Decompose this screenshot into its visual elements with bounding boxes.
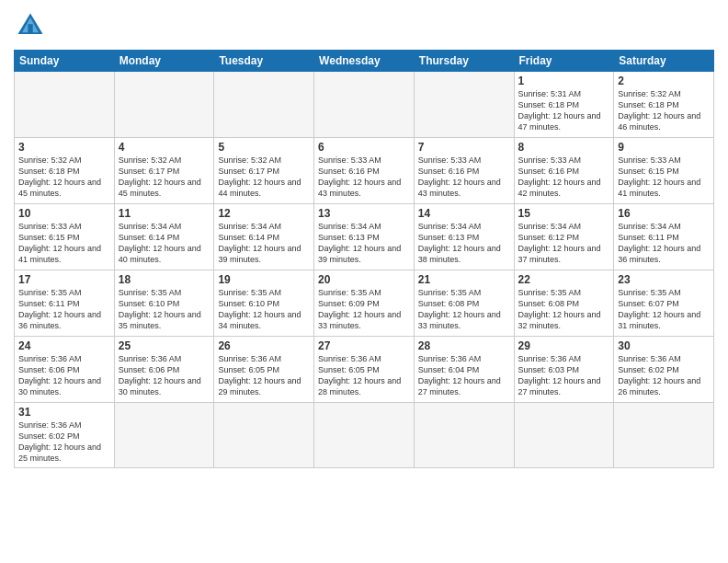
day-info: Sunrise: 5:35 AM Sunset: 6:07 PM Dayligh… [618, 287, 710, 332]
calendar-cell [114, 72, 214, 138]
svg-rect-2 [28, 24, 32, 34]
day-info: Sunrise: 5:36 AM Sunset: 6:05 PM Dayligh… [218, 353, 310, 398]
day-number: 3 [18, 141, 110, 154]
calendar-cell [414, 403, 514, 468]
week-row-0: 1Sunrise: 5:31 AM Sunset: 6:18 PM Daylig… [15, 72, 714, 138]
day-number: 11 [119, 207, 210, 220]
calendar-cell: 30Sunrise: 5:36 AM Sunset: 6:02 PM Dayli… [614, 337, 714, 403]
calendar-cell [414, 72, 514, 138]
calendar-cell [214, 403, 314, 468]
weekday-header-monday: Monday [114, 51, 214, 72]
calendar-cell: 28Sunrise: 5:36 AM Sunset: 6:04 PM Dayli… [414, 337, 514, 403]
calendar-cell: 13Sunrise: 5:34 AM Sunset: 6:13 PM Dayli… [314, 204, 415, 270]
day-number: 8 [518, 141, 610, 154]
day-number: 14 [418, 207, 510, 220]
day-number: 19 [218, 273, 310, 286]
week-row-1: 3Sunrise: 5:32 AM Sunset: 6:18 PM Daylig… [15, 138, 714, 204]
day-number: 18 [119, 273, 210, 286]
calendar-cell: 4Sunrise: 5:32 AM Sunset: 6:17 PM Daylig… [114, 138, 214, 204]
day-info: Sunrise: 5:33 AM Sunset: 6:16 PM Dayligh… [318, 155, 410, 200]
day-info: Sunrise: 5:36 AM Sunset: 6:04 PM Dayligh… [418, 353, 510, 398]
day-number: 22 [518, 273, 610, 286]
day-info: Sunrise: 5:32 AM Sunset: 6:18 PM Dayligh… [18, 155, 110, 200]
day-info: Sunrise: 5:36 AM Sunset: 6:05 PM Dayligh… [318, 353, 410, 398]
day-number: 30 [618, 339, 710, 352]
calendar-cell [214, 72, 314, 138]
calendar-cell: 22Sunrise: 5:35 AM Sunset: 6:08 PM Dayli… [514, 270, 614, 337]
calendar-cell: 29Sunrise: 5:36 AM Sunset: 6:03 PM Dayli… [514, 337, 614, 403]
day-number: 5 [218, 141, 310, 154]
calendar-cell: 16Sunrise: 5:34 AM Sunset: 6:11 PM Dayli… [614, 204, 714, 270]
day-info: Sunrise: 5:35 AM Sunset: 6:10 PM Dayligh… [119, 287, 210, 332]
calendar-cell [15, 72, 115, 138]
day-number: 28 [418, 339, 510, 352]
day-info: Sunrise: 5:36 AM Sunset: 6:06 PM Dayligh… [18, 353, 110, 398]
calendar-cell: 6Sunrise: 5:33 AM Sunset: 6:16 PM Daylig… [314, 138, 415, 204]
day-info: Sunrise: 5:33 AM Sunset: 6:15 PM Dayligh… [18, 221, 110, 266]
day-number: 15 [518, 207, 610, 220]
calendar-cell: 18Sunrise: 5:35 AM Sunset: 6:10 PM Dayli… [114, 270, 214, 337]
day-number: 24 [18, 339, 110, 352]
weekday-header-row: SundayMondayTuesdayWednesdayThursdayFrid… [15, 51, 714, 72]
day-number: 20 [318, 273, 410, 286]
day-info: Sunrise: 5:34 AM Sunset: 6:14 PM Dayligh… [218, 221, 310, 266]
day-info: Sunrise: 5:31 AM Sunset: 6:18 PM Dayligh… [518, 88, 610, 133]
day-info: Sunrise: 5:35 AM Sunset: 6:08 PM Dayligh… [418, 287, 510, 332]
calendar-cell: 26Sunrise: 5:36 AM Sunset: 6:05 PM Dayli… [214, 337, 314, 403]
calendar-cell: 31Sunrise: 5:36 AM Sunset: 6:02 PM Dayli… [15, 403, 115, 468]
weekday-header-tuesday: Tuesday [214, 51, 314, 72]
day-info: Sunrise: 5:35 AM Sunset: 6:10 PM Dayligh… [218, 287, 310, 332]
day-info: Sunrise: 5:35 AM Sunset: 6:11 PM Dayligh… [18, 287, 110, 332]
day-number: 1 [518, 75, 610, 87]
calendar-cell: 9Sunrise: 5:33 AM Sunset: 6:15 PM Daylig… [614, 138, 714, 204]
calendar-cell [314, 403, 415, 468]
day-number: 13 [318, 207, 410, 220]
calendar-cell [314, 72, 415, 138]
week-row-2: 10Sunrise: 5:33 AM Sunset: 6:15 PM Dayli… [15, 204, 714, 270]
day-number: 25 [119, 339, 210, 352]
calendar-cell: 21Sunrise: 5:35 AM Sunset: 6:08 PM Dayli… [414, 270, 514, 337]
day-info: Sunrise: 5:32 AM Sunset: 6:17 PM Dayligh… [119, 155, 210, 200]
calendar-cell: 3Sunrise: 5:32 AM Sunset: 6:18 PM Daylig… [15, 138, 115, 204]
day-info: Sunrise: 5:36 AM Sunset: 6:06 PM Dayligh… [119, 353, 210, 398]
calendar-cell: 1Sunrise: 5:31 AM Sunset: 6:18 PM Daylig… [514, 72, 614, 138]
calendar-cell: 8Sunrise: 5:33 AM Sunset: 6:16 PM Daylig… [514, 138, 614, 204]
day-info: Sunrise: 5:33 AM Sunset: 6:16 PM Dayligh… [518, 155, 610, 200]
weekday-header-thursday: Thursday [414, 51, 514, 72]
day-info: Sunrise: 5:35 AM Sunset: 6:08 PM Dayligh… [518, 287, 610, 332]
week-row-3: 17Sunrise: 5:35 AM Sunset: 6:11 PM Dayli… [15, 270, 714, 337]
calendar-cell: 10Sunrise: 5:33 AM Sunset: 6:15 PM Dayli… [15, 204, 115, 270]
calendar-cell: 24Sunrise: 5:36 AM Sunset: 6:06 PM Dayli… [15, 337, 115, 403]
calendar-cell: 23Sunrise: 5:35 AM Sunset: 6:07 PM Dayli… [614, 270, 714, 337]
week-row-5: 31Sunrise: 5:36 AM Sunset: 6:02 PM Dayli… [15, 403, 714, 468]
day-info: Sunrise: 5:35 AM Sunset: 6:09 PM Dayligh… [318, 287, 410, 332]
day-info: Sunrise: 5:34 AM Sunset: 6:11 PM Dayligh… [618, 221, 710, 266]
day-info: Sunrise: 5:36 AM Sunset: 6:02 PM Dayligh… [618, 353, 710, 398]
logo-icon [14, 9, 47, 42]
calendar-cell: 2Sunrise: 5:32 AM Sunset: 6:18 PM Daylig… [614, 72, 714, 138]
calendar-cell: 5Sunrise: 5:32 AM Sunset: 6:17 PM Daylig… [214, 138, 314, 204]
day-info: Sunrise: 5:36 AM Sunset: 6:03 PM Dayligh… [518, 353, 610, 398]
day-info: Sunrise: 5:34 AM Sunset: 6:13 PM Dayligh… [318, 221, 410, 266]
calendar-cell: 11Sunrise: 5:34 AM Sunset: 6:14 PM Dayli… [114, 204, 214, 270]
calendar-cell: 20Sunrise: 5:35 AM Sunset: 6:09 PM Dayli… [314, 270, 415, 337]
day-number: 17 [18, 273, 110, 286]
calendar-cell: 14Sunrise: 5:34 AM Sunset: 6:13 PM Dayli… [414, 204, 514, 270]
calendar-cell: 17Sunrise: 5:35 AM Sunset: 6:11 PM Dayli… [15, 270, 115, 337]
day-info: Sunrise: 5:32 AM Sunset: 6:17 PM Dayligh… [218, 155, 310, 200]
weekday-header-saturday: Saturday [614, 51, 714, 72]
calendar-cell [514, 403, 614, 468]
week-row-4: 24Sunrise: 5:36 AM Sunset: 6:06 PM Dayli… [15, 337, 714, 403]
day-number: 29 [518, 339, 610, 352]
logo [14, 9, 51, 42]
calendar-cell: 19Sunrise: 5:35 AM Sunset: 6:10 PM Dayli… [214, 270, 314, 337]
day-number: 16 [618, 207, 710, 220]
calendar-cell [114, 403, 214, 468]
weekday-header-wednesday: Wednesday [314, 51, 415, 72]
day-number: 21 [418, 273, 510, 286]
day-info: Sunrise: 5:32 AM Sunset: 6:18 PM Dayligh… [618, 88, 710, 133]
day-number: 4 [119, 141, 210, 154]
calendar-cell: 15Sunrise: 5:34 AM Sunset: 6:12 PM Dayli… [514, 204, 614, 270]
day-number: 12 [218, 207, 310, 220]
calendar-cell: 27Sunrise: 5:36 AM Sunset: 6:05 PM Dayli… [314, 337, 415, 403]
